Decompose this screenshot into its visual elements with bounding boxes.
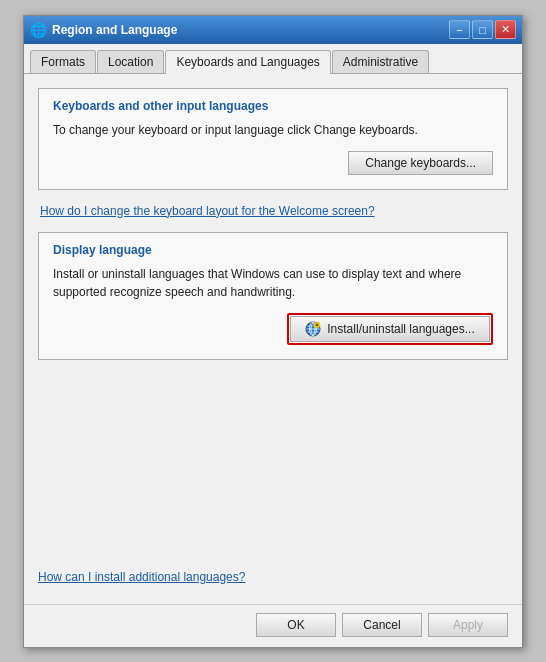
keyboards-section-desc: To change your keyboard or input languag… — [53, 121, 493, 139]
globe-icon — [305, 321, 321, 337]
bottom-link-container: How can I install additional languages? — [38, 570, 508, 584]
minimize-button[interactable]: − — [449, 20, 470, 39]
title-bar-buttons: − □ ✕ — [449, 20, 516, 39]
apply-button[interactable]: Apply — [428, 613, 508, 637]
tab-formats[interactable]: Formats — [30, 50, 96, 73]
keyboards-section: Keyboards and other input languages To c… — [38, 88, 508, 190]
tab-administrative[interactable]: Administrative — [332, 50, 429, 73]
install-languages-button[interactable]: Install/uninstall languages... — [290, 316, 490, 342]
display-language-desc: Install or uninstall languages that Wind… — [53, 265, 493, 301]
display-language-title: Display language — [53, 243, 493, 257]
window-icon: 🌐 — [30, 22, 47, 38]
install-languages-label: Install/uninstall languages... — [327, 322, 474, 336]
display-language-section: Display language Install or uninstall la… — [38, 232, 508, 360]
dialog-footer: OK Cancel Apply — [24, 604, 522, 647]
cancel-button[interactable]: Cancel — [342, 613, 422, 637]
main-window: 🌐 Region and Language − □ ✕ Formats Loca… — [23, 15, 523, 648]
change-keyboards-button[interactable]: Change keyboards... — [348, 151, 493, 175]
install-btn-row: Install/uninstall languages... — [53, 313, 493, 345]
window-title: Region and Language — [52, 23, 177, 37]
title-bar-left: 🌐 Region and Language — [30, 22, 177, 38]
tab-location[interactable]: Location — [97, 50, 164, 73]
tab-keyboards[interactable]: Keyboards and Languages — [165, 50, 330, 74]
close-button[interactable]: ✕ — [495, 20, 516, 39]
keyboard-layout-link[interactable]: How do I change the keyboard layout for … — [40, 204, 375, 218]
tab-content: Keyboards and other input languages To c… — [24, 74, 522, 604]
title-bar: 🌐 Region and Language − □ ✕ — [24, 16, 522, 44]
ok-button[interactable]: OK — [256, 613, 336, 637]
keyboards-section-title: Keyboards and other input languages — [53, 99, 493, 113]
install-languages-link[interactable]: How can I install additional languages? — [38, 570, 245, 584]
change-keyboards-row: Change keyboards... — [53, 151, 493, 175]
install-btn-highlight: Install/uninstall languages... — [287, 313, 493, 345]
maximize-button[interactable]: □ — [472, 20, 493, 39]
tabs-container: Formats Location Keyboards and Languages… — [24, 44, 522, 74]
